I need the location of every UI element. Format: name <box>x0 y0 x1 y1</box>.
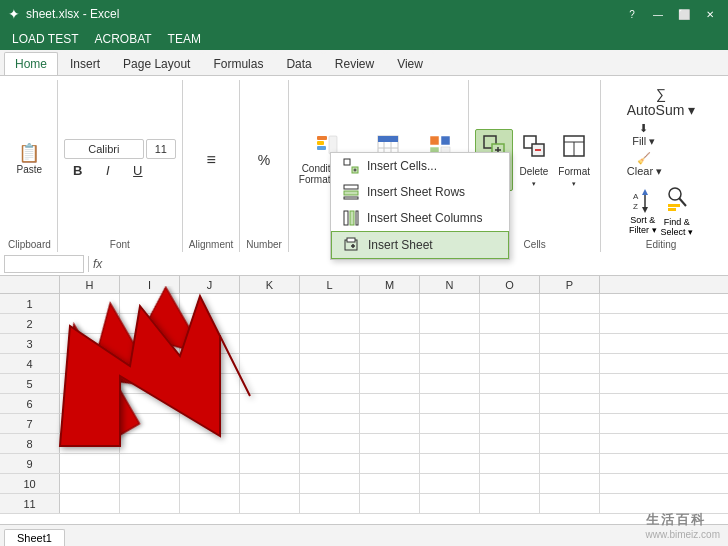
cell-O10[interactable] <box>480 474 540 493</box>
col-header-J[interactable]: J <box>180 276 240 293</box>
close-button[interactable]: ✕ <box>700 6 720 22</box>
cell-L6[interactable] <box>300 394 360 413</box>
cell-K9[interactable] <box>240 454 300 473</box>
cell-J3[interactable] <box>180 334 240 353</box>
cell-I1[interactable] <box>120 294 180 313</box>
insert-sheet-rows-item[interactable]: Insert Sheet Rows <box>331 179 509 205</box>
row-header-2[interactable]: 2 <box>0 314 60 333</box>
cell-H7[interactable] <box>60 414 120 433</box>
insert-cells-item[interactable]: Insert Cells... <box>331 153 509 179</box>
cell-P7[interactable] <box>540 414 600 433</box>
cell-M6[interactable] <box>360 394 420 413</box>
tab-insert[interactable]: Insert <box>59 52 111 75</box>
col-header-P[interactable]: P <box>540 276 600 293</box>
cell-M8[interactable] <box>360 434 420 453</box>
cell-J1[interactable] <box>180 294 240 313</box>
cell-P10[interactable] <box>540 474 600 493</box>
cell-K6[interactable] <box>240 394 300 413</box>
cell-N11[interactable] <box>420 494 480 513</box>
cell-P6[interactable] <box>540 394 600 413</box>
cell-P4[interactable] <box>540 354 600 373</box>
cell-M11[interactable] <box>360 494 420 513</box>
cell-P1[interactable] <box>540 294 600 313</box>
paste-button[interactable]: 📋 Paste <box>13 138 47 182</box>
cell-O11[interactable] <box>480 494 540 513</box>
format-button[interactable]: Format▾ <box>554 130 594 190</box>
menu-team[interactable]: TEAM <box>160 30 209 48</box>
maximize-button[interactable]: ⬜ <box>674 6 694 22</box>
col-header-O[interactable]: O <box>480 276 540 293</box>
cell-J9[interactable] <box>180 454 240 473</box>
cell-O9[interactable] <box>480 454 540 473</box>
tab-review[interactable]: Review <box>324 52 385 75</box>
bold-button[interactable]: B <box>64 161 92 181</box>
row-header-7[interactable]: 7 <box>0 414 60 433</box>
cell-L9[interactable] <box>300 454 360 473</box>
cell-P2[interactable] <box>540 314 600 333</box>
number-btn[interactable]: % <box>249 138 279 182</box>
font-name-box[interactable]: Calibri <box>64 139 144 159</box>
cell-L8[interactable] <box>300 434 360 453</box>
cell-L4[interactable] <box>300 354 360 373</box>
cell-H11[interactable] <box>60 494 120 513</box>
sheet-tab-1[interactable]: Sheet1 <box>4 529 65 546</box>
tab-view[interactable]: View <box>386 52 434 75</box>
help-button[interactable]: ? <box>622 6 642 22</box>
tab-data[interactable]: Data <box>275 52 322 75</box>
cell-M1[interactable] <box>360 294 420 313</box>
cell-M3[interactable] <box>360 334 420 353</box>
cell-O8[interactable] <box>480 434 540 453</box>
cell-I7[interactable] <box>120 414 180 433</box>
cell-J5[interactable] <box>180 374 240 393</box>
cell-N8[interactable] <box>420 434 480 453</box>
menu-load-test[interactable]: LOAD TEST <box>4 30 86 48</box>
row-header-5[interactable]: 5 <box>0 374 60 393</box>
tab-formulas[interactable]: Formulas <box>202 52 274 75</box>
cell-L2[interactable] <box>300 314 360 333</box>
cell-N7[interactable] <box>420 414 480 433</box>
cell-N3[interactable] <box>420 334 480 353</box>
cell-L5[interactable] <box>300 374 360 393</box>
clear-button[interactable]: 🧹 Clear ▾ <box>624 151 665 179</box>
row-header-4[interactable]: 4 <box>0 354 60 373</box>
cell-P5[interactable] <box>540 374 600 393</box>
cell-K8[interactable] <box>240 434 300 453</box>
cell-H4[interactable] <box>60 354 120 373</box>
cell-K7[interactable] <box>240 414 300 433</box>
cell-O4[interactable] <box>480 354 540 373</box>
cell-M9[interactable] <box>360 454 420 473</box>
cell-N9[interactable] <box>420 454 480 473</box>
cell-N5[interactable] <box>420 374 480 393</box>
cell-H8[interactable] <box>60 434 120 453</box>
cell-J10[interactable] <box>180 474 240 493</box>
cell-H5[interactable] <box>60 374 120 393</box>
cell-L1[interactable] <box>300 294 360 313</box>
cell-N2[interactable] <box>420 314 480 333</box>
cell-O6[interactable] <box>480 394 540 413</box>
cell-N4[interactable] <box>420 354 480 373</box>
fill-button[interactable]: ⬇ Fill ▾ <box>624 121 664 149</box>
cell-P3[interactable] <box>540 334 600 353</box>
cell-I11[interactable] <box>120 494 180 513</box>
cell-L3[interactable] <box>300 334 360 353</box>
col-header-L[interactable]: L <box>300 276 360 293</box>
cell-K11[interactable] <box>240 494 300 513</box>
cell-P9[interactable] <box>540 454 600 473</box>
cell-I8[interactable] <box>120 434 180 453</box>
cell-J8[interactable] <box>180 434 240 453</box>
cell-K5[interactable] <box>240 374 300 393</box>
cell-M7[interactable] <box>360 414 420 433</box>
cell-K4[interactable] <box>240 354 300 373</box>
cell-L7[interactable] <box>300 414 360 433</box>
cell-K3[interactable] <box>240 334 300 353</box>
cell-H10[interactable] <box>60 474 120 493</box>
cell-L10[interactable] <box>300 474 360 493</box>
row-header-11[interactable]: 11 <box>0 494 60 513</box>
cell-M2[interactable] <box>360 314 420 333</box>
col-header-M[interactable]: M <box>360 276 420 293</box>
cell-O5[interactable] <box>480 374 540 393</box>
cell-I2[interactable] <box>120 314 180 333</box>
cell-O7[interactable] <box>480 414 540 433</box>
cell-J4[interactable] <box>180 354 240 373</box>
cell-K2[interactable] <box>240 314 300 333</box>
